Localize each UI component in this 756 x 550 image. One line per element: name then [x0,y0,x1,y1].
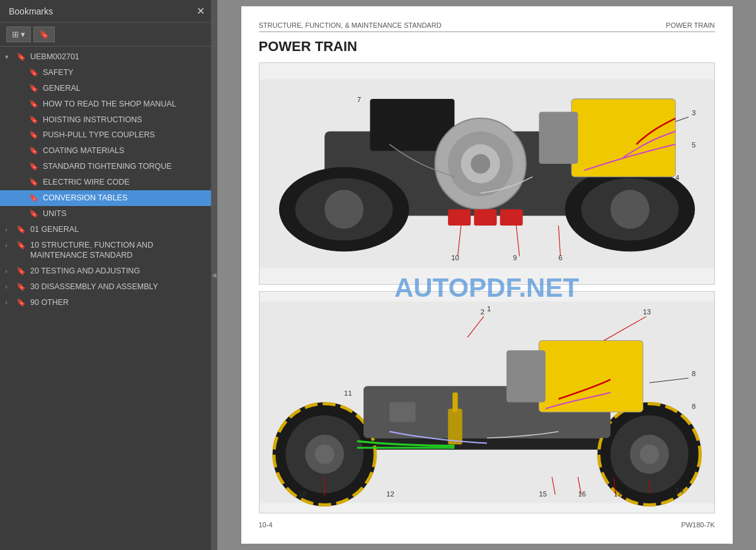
svg-rect-47 [452,392,457,412]
bookmark-icon: 🔖 [16,52,26,62]
sidebar-header: Bookmarks ✕ [0,0,211,23]
bookmark-label: GENERAL [43,83,207,94]
bookmark-item-how-to-read[interactable]: 🔖 HOW TO READ THE SHOP MANUAL [0,96,211,112]
header-right: POWER TRAIN [666,21,714,29]
svg-point-35 [314,445,334,464]
bookmark-item-root[interactable]: ▾ 🔖 UEBM002701 [0,49,211,65]
svg-point-7 [610,190,649,229]
svg-text:8: 8 [691,403,695,410]
bookmark-icon: 🔖 [29,162,39,172]
svg-text:12: 12 [386,490,394,498]
bookmark-item-general[interactable]: 🔖 GENERAL [0,81,211,96]
panel-divider[interactable]: ◀ [211,0,217,550]
bookmark-label: HOISTING INSTRUCTIONS [43,115,207,125]
expand-dropdown-icon: ▾ [21,30,25,39]
bookmark-icon: 🔖 [16,266,26,277]
bookmark-icon: 🔖 [16,225,26,235]
bookmark-label: 90 OTHER [30,297,207,308]
svg-text:9: 9 [513,254,517,261]
page-header: STRUCTURE, FUNCTION, & MAINTENANCE STAND… [259,21,715,32]
svg-rect-16 [448,209,471,226]
expand-all-button[interactable]: ⊞ ▾ [6,26,31,42]
bookmark-label: 20 TESTING AND ADJUSTING [30,266,207,277]
bookmark-label: 01 GENERAL [30,224,207,235]
diagram-bottom-svg: 2 13 8 8 11 12 1 15 16 17 18 14 [260,292,714,513]
bookmark-item-units[interactable]: 🔖 UNITS [0,206,211,222]
bookmark-icon: 🔖 [16,298,26,308]
expander-icon: › [5,266,15,275]
bookmark-label: 10 STRUCTURE, FUNCTION AND MAINTENANCE S… [30,240,207,261]
bookmark-label: HOW TO READ THE SHOP MANUAL [43,99,207,110]
bookmark-icon: 🔖 [29,146,39,156]
svg-rect-48 [389,403,415,422]
svg-rect-45 [506,350,545,403]
new-bookmark-button[interactable]: 🔖 [33,26,55,42]
bookmark-item-safety[interactable]: 🔖 SAFETY [0,65,211,81]
svg-text:8: 8 [691,370,695,377]
bookmark-label: ELECTRIC WIRE CODE [43,177,207,188]
bookmark-item-push-pull[interactable]: 🔖 PUSH-PULL TYPE COUPLERS [0,127,211,143]
page-footer: 10-4 PW180-7K [259,518,715,529]
bookmark-item-std-tightening[interactable]: 🔖 STANDARD TIGHTENING TORQUE [0,159,211,175]
svg-rect-46 [448,409,462,445]
bookmark-icon: 🔖 [29,68,39,78]
bookmark-icon: 🔖 [29,193,39,203]
bookmark-item-10struct[interactable]: › 🔖 10 STRUCTURE, FUNCTION AND MAINTENAN… [0,238,211,264]
bookmark-item-30disassembly[interactable]: › 🔖 30 DISASSEMBLY AND ASSEMBLY [0,279,211,295]
expander-icon: › [5,298,15,307]
svg-rect-10 [539,112,578,164]
bookmark-item-coating[interactable]: 🔖 COATING MATERIALS [0,143,211,159]
page-number: 10-4 [259,521,273,529]
bookmark-item-electric-wire[interactable]: 🔖 ELECTRIC WIRE CODE [0,175,211,190]
bookmark-icon: 🔖 [16,282,26,292]
svg-rect-43 [539,341,643,412]
sidebar: Bookmarks ✕ ⊞ ▾ 🔖 ▾ 🔖 UEBM002701 🔖 SAFET… [0,0,211,550]
expander-icon: ▾ [5,52,15,61]
svg-rect-49 [421,406,441,422]
bookmark-add-icon: 🔖 [39,30,49,39]
main-content: STRUCTURE, FUNCTION, & MAINTENANCE STAND… [217,0,756,550]
bookmark-icon: 🔖 [29,209,39,219]
bookmark-icon: 🔖 [29,84,39,94]
bookmark-item-20testing[interactable]: › 🔖 20 TESTING AND ADJUSTING [0,263,211,279]
bookmark-item-01general[interactable]: › 🔖 01 GENERAL [0,222,211,238]
svg-text:14: 14 [675,487,684,495]
bookmark-item-90other[interactable]: › 🔖 90 OTHER [0,295,211,311]
svg-text:18: 18 [298,490,306,498]
expand-icon: ⊞ [12,30,19,39]
bookmark-label: CONVERSION TABLES [43,193,207,203]
bookmark-icon: 🔖 [29,115,39,125]
bookmark-icon: 🔖 [29,130,39,140]
expander-icon: › [5,225,15,234]
page-view: STRUCTURE, FUNCTION, & MAINTENANCE STAND… [241,6,733,544]
svg-text:5: 5 [691,141,695,149]
svg-text:13: 13 [643,308,651,316]
bookmark-item-hoisting[interactable]: 🔖 HOISTING INSTRUCTIONS [0,112,211,128]
bookmark-item-conversion[interactable]: 🔖 CONVERSION TABLES [0,190,211,206]
diagram-container: 3 5 4 6 9 10 7 AUTOPDF.NET [259,62,715,513]
svg-text:1: 1 [487,305,491,312]
expander-icon: › [5,241,15,249]
svg-text:16: 16 [578,490,586,498]
svg-text:17: 17 [614,490,622,498]
header-left: STRUCTURE, FUNCTION, & MAINTENANCE STAND… [259,21,442,29]
bookmark-icon: 🔖 [16,241,26,251]
divider-handle: ◀ [212,272,217,278]
sidebar-toolbar: ⊞ ▾ 🔖 [0,23,211,47]
bookmark-label: UEBM002701 [30,52,207,62]
svg-point-15 [471,154,490,174]
page-title: POWER TRAIN [259,38,715,55]
svg-rect-17 [474,209,496,226]
bookmark-label: SAFETY [43,67,207,78]
expander-icon: › [5,282,15,291]
diagram-top: 3 5 4 6 9 10 7 [259,62,715,285]
bookmark-label: 30 DISASSEMBLY AND ASSEMBLY [30,282,207,292]
svg-text:11: 11 [344,389,352,397]
close-button[interactable]: ✕ [197,5,205,17]
diagram-bottom: 2 13 8 8 11 12 1 15 16 17 18 14 [259,291,715,513]
svg-text:7: 7 [357,96,360,103]
svg-text:4: 4 [675,174,679,181]
svg-point-40 [639,445,659,464]
bookmark-label: UNITS [43,209,207,219]
svg-text:2: 2 [480,308,484,316]
